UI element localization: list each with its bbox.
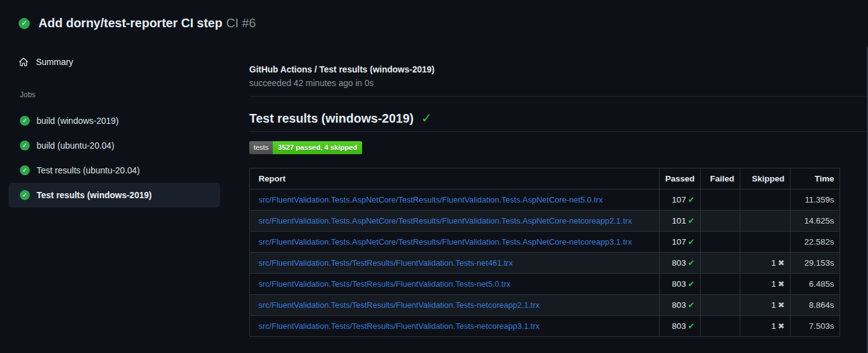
time-cell: 6.485s [790, 274, 840, 295]
column-header-time: Time [790, 168, 840, 190]
sidebar-jobs-heading: Jobs [20, 90, 35, 99]
failed-cell [701, 316, 740, 337]
column-header-failed: Failed [701, 168, 740, 190]
report-cell: src/FluentValidation.Tests.AspNetCore/Te… [250, 211, 660, 232]
sidebar-job-label: Test results (windows-2019) [37, 190, 152, 200]
report-cell: src/FluentValidation.Tests/TestResults/F… [250, 295, 660, 316]
badge-value: 3527 passed, 4 skipped [273, 141, 362, 154]
tests-badge: tests 3527 passed, 4 skipped [249, 141, 362, 154]
report-cell: src/FluentValidation.Tests/TestResults/F… [250, 274, 660, 295]
passed-cell: 107✔ [660, 190, 701, 211]
skipped-cell: 1✖ [740, 316, 790, 337]
sidebar-job-item[interactable]: ✓ Test results (windows-2019) [9, 183, 220, 207]
passed-cell: 803✔ [660, 316, 701, 337]
check-circle-icon: ✓ [19, 18, 30, 29]
check-icon: ✔ [688, 300, 694, 310]
sidebar-job-label: build (ubuntu-20.04) [37, 141, 114, 150]
check-icon: ✓ [421, 111, 432, 126]
table-row: src/FluentValidation.Tests.AspNetCore/Te… [250, 211, 840, 232]
skipped-cell: 1✖ [740, 253, 790, 274]
failed-cell [701, 232, 740, 253]
skipped-cell [740, 211, 790, 232]
passed-cell: 101✔ [660, 211, 701, 232]
report-cell: src/FluentValidation.Tests/TestResults/F… [250, 316, 660, 337]
run-title: Add dorny/test-reporter CI stepCI #6 [38, 16, 256, 30]
check-icon: ✔ [688, 195, 694, 204]
table-row: src/FluentValidation.Tests/TestResults/F… [250, 316, 840, 337]
check-run-status: succeeded 42 minutes ago in 0s [249, 78, 374, 88]
time-cell: 11.359s [790, 190, 840, 211]
passed-cell: 803✔ [660, 253, 701, 274]
report-link[interactable]: src/FluentValidation.Tests.AspNetCore/Te… [259, 237, 632, 246]
sidebar-job-item[interactable]: ✓ Test results (ubuntu-20.04) [9, 158, 220, 183]
column-header-passed: Passed [660, 168, 701, 190]
run-number: CI #6 [226, 16, 256, 30]
check-icon: ✔ [688, 258, 694, 268]
test-results-table: Report Passed Failed Skipped Time src/Fl… [249, 168, 840, 337]
report-link[interactable]: src/FluentValidation.Tests/TestResults/F… [259, 300, 539, 310]
failed-cell [701, 253, 740, 274]
report-cell: src/FluentValidation.Tests/TestResults/F… [250, 253, 660, 274]
failed-cell [701, 190, 740, 211]
skipped-cell [740, 190, 790, 211]
divider [249, 131, 868, 132]
column-header-skipped: Skipped [740, 168, 790, 190]
check-circle-icon: ✓ [20, 165, 30, 175]
report-link[interactable]: src/FluentValidation.Tests/TestResults/F… [259, 321, 539, 331]
check-icon: ✔ [688, 279, 694, 289]
check-circle-icon: ✓ [20, 190, 30, 200]
time-cell: 7.503s [790, 316, 840, 337]
section-heading-text: Test results (windows-2019) [249, 111, 414, 126]
report-cell: src/FluentValidation.Tests.AspNetCore/Te… [250, 190, 660, 211]
table-row: src/FluentValidation.Tests/TestResults/F… [250, 295, 840, 316]
time-cell: 8.864s [790, 295, 840, 316]
divider [249, 96, 868, 97]
check-icon: ✔ [688, 237, 694, 246]
run-title-text: Add dorny/test-reporter CI step [38, 16, 223, 30]
home-icon [19, 57, 29, 67]
passed-cell: 803✔ [660, 274, 701, 295]
cross-icon: ✖ [777, 300, 784, 310]
table-header-row: Report Passed Failed Skipped Time [250, 168, 840, 190]
passed-cell: 107✔ [660, 232, 701, 253]
cross-icon: ✖ [777, 321, 784, 331]
failed-cell [701, 211, 740, 232]
skipped-cell: 1✖ [740, 295, 790, 316]
cross-icon: ✖ [777, 279, 784, 289]
badge-label: tests [249, 141, 273, 154]
time-cell: 14.625s [790, 211, 840, 232]
check-circle-icon: ✓ [20, 141, 30, 150]
sidebar-jobs-list: ✓ build (windows-2019) ✓ build (ubuntu-2… [9, 108, 220, 207]
sidebar-item-summary[interactable]: Summary [19, 57, 73, 67]
failed-cell [701, 274, 740, 295]
failed-cell [701, 295, 740, 316]
check-circle-icon: ✓ [20, 116, 30, 126]
report-link[interactable]: src/FluentValidation.Tests/TestResults/F… [259, 258, 513, 268]
table-row: src/FluentValidation.Tests.AspNetCore/Te… [250, 232, 840, 253]
check-icon: ✔ [688, 216, 694, 225]
time-cell: 22.582s [790, 232, 840, 253]
check-run-title: GitHub Actions / Test results (windows-2… [249, 64, 435, 74]
table-row: src/FluentValidation.Tests/TestResults/F… [250, 274, 840, 295]
run-header: ✓ Add dorny/test-reporter CI stepCI #6 [19, 16, 256, 30]
skipped-cell [740, 232, 790, 253]
sidebar-job-label: Test results (ubuntu-20.04) [37, 165, 140, 175]
column-header-report: Report [250, 168, 660, 190]
table-row: src/FluentValidation.Tests.AspNetCore/Te… [250, 190, 840, 211]
report-link[interactable]: src/FluentValidation.Tests.AspNetCore/Te… [259, 195, 603, 204]
section-heading: Test results (windows-2019) ✓ [249, 111, 432, 126]
sidebar-job-item[interactable]: ✓ build (ubuntu-20.04) [9, 133, 220, 158]
table-row: src/FluentValidation.Tests/TestResults/F… [250, 253, 840, 274]
skipped-cell: 1✖ [740, 274, 790, 295]
cross-icon: ✖ [777, 258, 784, 268]
report-cell: src/FluentValidation.Tests.AspNetCore/Te… [250, 232, 660, 253]
passed-cell: 803✔ [660, 295, 701, 316]
main-content: GitHub Actions / Test results (windows-2… [249, 50, 868, 353]
sidebar-job-item[interactable]: ✓ build (windows-2019) [9, 108, 220, 133]
sidebar-summary-label: Summary [36, 57, 73, 67]
report-link[interactable]: src/FluentValidation.Tests.AspNetCore/Te… [259, 216, 632, 225]
check-icon: ✔ [688, 321, 694, 331]
report-link[interactable]: src/FluentValidation.Tests/TestResults/F… [259, 279, 510, 289]
time-cell: 29.153s [790, 253, 840, 274]
sidebar-job-label: build (windows-2019) [37, 116, 118, 126]
